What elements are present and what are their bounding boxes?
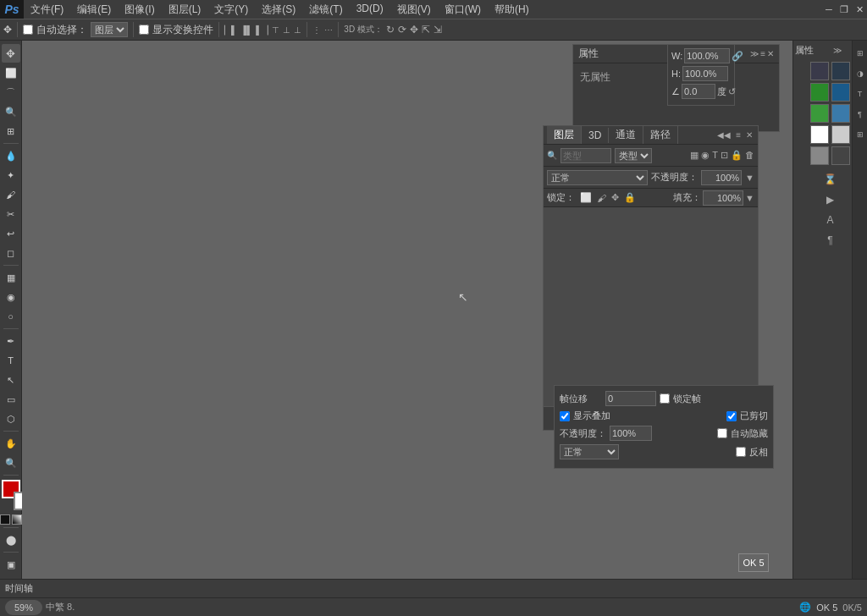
close-button[interactable]: ✕: [852, 0, 867, 19]
menu-3d[interactable]: 3D(D): [350, 1, 390, 19]
frame-offset-input[interactable]: 0: [605, 391, 656, 406]
right-actions-btn[interactable]: ▶: [821, 190, 840, 209]
zoom-tool[interactable]: 🔍: [2, 454, 20, 472]
swatch-dk-gray[interactable]: [831, 146, 850, 165]
right-paragraph-btn[interactable]: ¶: [821, 231, 840, 250]
pen-tool[interactable]: ✒: [2, 332, 20, 350]
auto-select-checkbox[interactable]: [23, 25, 33, 35]
properties-expand-btn[interactable]: ≫: [750, 49, 759, 58]
layer-search-input[interactable]: [561, 148, 611, 163]
swatch-lt-gray[interactable]: [831, 125, 850, 144]
layers-collapse-btn[interactable]: ◀◀: [715, 130, 732, 140]
height-input[interactable]: 100.0%: [682, 66, 728, 81]
tab-paths[interactable]: 路径: [643, 126, 678, 144]
swatch-white[interactable]: [810, 125, 829, 144]
restore-button[interactable]: ❐: [837, 0, 852, 19]
gradient-tool[interactable]: ▦: [2, 268, 20, 287]
screen-mode-btn[interactable]: ▣: [2, 555, 20, 574]
align-middle-btn[interactable]: ⊥: [283, 25, 290, 35]
layer-filter-icon1[interactable]: ▦: [690, 150, 699, 161]
clone-tool[interactable]: ✂: [2, 205, 20, 223]
swatch-lt-blue[interactable]: [831, 104, 850, 123]
lock-paint-btn[interactable]: 🖌: [597, 193, 606, 203]
tab-layers[interactable]: 图层: [547, 126, 582, 144]
minimize-button[interactable]: ─: [821, 0, 837, 19]
quick-mask-tool[interactable]: ⬤: [2, 531, 20, 549]
canvas-area[interactable]: ↖ 属性 ≫ ≡ ✕ 无属性 图层 3D 通道 路径: [22, 41, 792, 579]
3d-slide-btn[interactable]: ⇱: [422, 24, 430, 36]
smart-opacity-input[interactable]: 100%: [610, 426, 652, 441]
history-brush-tool[interactable]: ↩: [2, 224, 20, 243]
distribute-h-btn[interactable]: ⋮: [312, 25, 321, 35]
swatch-green[interactable]: [810, 83, 829, 102]
menu-window[interactable]: 窗口(W): [438, 1, 488, 19]
strip-btn-2[interactable]: ◑: [851, 64, 868, 83]
distribute-v-btn[interactable]: ⋯: [324, 25, 333, 35]
align-center-h-btn[interactable]: ▐▌: [240, 25, 252, 35]
layer-filter-icon4[interactable]: ⊡: [721, 150, 728, 161]
swatch-blue[interactable]: [831, 62, 850, 80]
menu-edit[interactable]: 编辑(E): [70, 1, 118, 19]
3d-rotate-btn[interactable]: ↻: [386, 24, 395, 36]
fill-input[interactable]: 100%: [703, 190, 743, 206]
smart-blend-select[interactable]: 正常: [560, 444, 619, 459]
menu-image[interactable]: 图像(I): [118, 1, 161, 19]
show-transform-checkbox[interactable]: [139, 25, 149, 35]
auto-hide-checkbox[interactable]: [717, 428, 727, 438]
menu-select[interactable]: 选择(S): [255, 1, 302, 19]
hand-tool[interactable]: ✋: [2, 434, 20, 453]
layer-filter-icon3[interactable]: T: [712, 150, 718, 161]
reset-angle-btn[interactable]: ↺: [728, 86, 736, 97]
blur-tool[interactable]: ◉: [2, 288, 20, 306]
auto-select-dropdown[interactable]: 图层: [91, 22, 128, 37]
dodge-tool[interactable]: ○: [2, 307, 20, 326]
layer-type-dropdown[interactable]: 类型: [615, 148, 652, 163]
lasso-tool[interactable]: ⌒: [2, 83, 20, 102]
move-tool-icon[interactable]: ✥: [3, 24, 12, 36]
lock-move-btn[interactable]: ✥: [611, 192, 619, 203]
brush-tool[interactable]: 🖌: [2, 185, 20, 204]
layer-filter-icon6[interactable]: 🗑: [745, 150, 754, 161]
align-right-btn[interactable]: ▌▕: [256, 25, 268, 35]
strip-btn-3[interactable]: T: [851, 85, 868, 103]
opacity-arrow-btn[interactable]: ▼: [745, 173, 754, 183]
default-colors-icon[interactable]: [0, 514, 10, 525]
align-left-btn[interactable]: ▏▌: [224, 25, 237, 35]
angle-input[interactable]: 0.0: [682, 84, 715, 99]
clipped-checkbox[interactable]: [726, 411, 737, 421]
width-input[interactable]: 100.0%: [684, 48, 730, 63]
zoom-indicator[interactable]: 59%: [5, 600, 42, 615]
move-tool[interactable]: ✥: [2, 44, 20, 63]
menu-text[interactable]: 文字(Y): [207, 1, 255, 19]
right-text-btn[interactable]: A: [821, 211, 840, 229]
text-tool[interactable]: T: [2, 351, 20, 370]
strip-btn-4[interactable]: ¶: [851, 105, 868, 124]
crop-tool[interactable]: ⊞: [2, 122, 20, 140]
show-blend-checkbox[interactable]: [560, 411, 570, 421]
layer-filter-icon2[interactable]: ◉: [701, 150, 710, 161]
shape-tool[interactable]: ▭: [2, 390, 20, 409]
properties-menu-btn[interactable]: ≡: [760, 49, 765, 58]
strip-btn-1[interactable]: ⊞: [851, 44, 868, 63]
3d-pan-btn[interactable]: ✥: [410, 24, 418, 36]
select-rect-tool[interactable]: ⬜: [2, 63, 20, 82]
ok-button[interactable]: OK 5: [738, 553, 769, 572]
path-select-tool[interactable]: ↖: [2, 371, 20, 389]
menu-file[interactable]: 文件(F): [24, 1, 70, 19]
swap-colors-icon[interactable]: [12, 514, 22, 525]
swatch-lt-green[interactable]: [810, 104, 829, 123]
swatch-teal[interactable]: [831, 83, 850, 102]
opacity-input[interactable]: 100%: [701, 170, 742, 185]
3d-scale-btn[interactable]: ⇲: [434, 24, 442, 36]
spot-heal-tool[interactable]: ✦: [2, 166, 20, 184]
layer-filter-icon5[interactable]: 🔒: [731, 150, 743, 161]
right-history-btn[interactable]: ⌛: [821, 170, 840, 189]
align-bottom-btn[interactable]: ⊥: [294, 25, 301, 35]
tab-channels[interactable]: 通道: [609, 126, 643, 144]
strip-btn-5[interactable]: ⊞: [851, 125, 868, 144]
align-top-btn[interactable]: ⊤: [272, 25, 279, 35]
fill-arrow-btn[interactable]: ▼: [745, 193, 754, 203]
layers-list[interactable]: [544, 207, 758, 406]
lock-frame-checkbox[interactable]: [660, 393, 670, 404]
menu-layer[interactable]: 图层(L): [162, 1, 208, 19]
